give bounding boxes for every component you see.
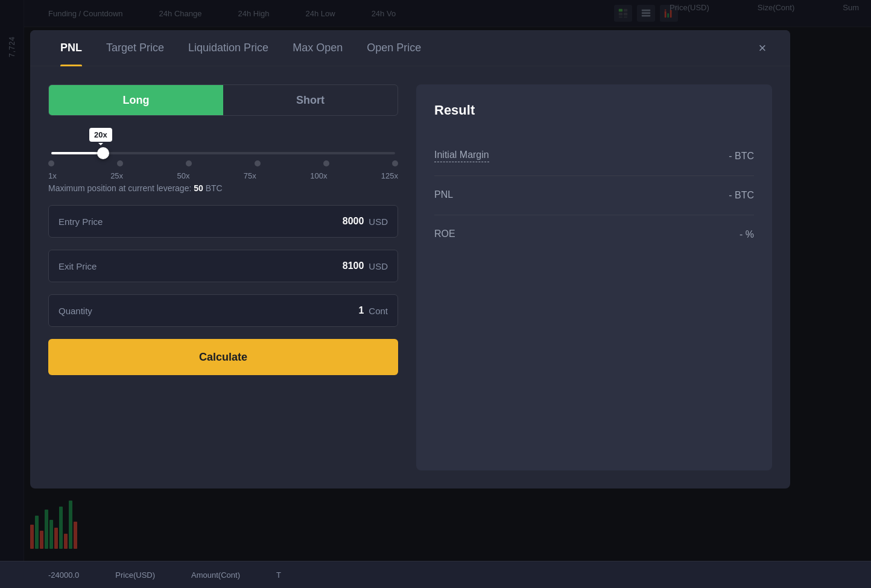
roe-result-row: ROE - % [434, 215, 754, 254]
pnl-result-value: - BTC [729, 190, 754, 201]
quantity-label: Quantity [59, 306, 358, 316]
label-100x: 100x [310, 171, 327, 180]
leverage-bubble: 20x [89, 128, 112, 142]
entry-price-value: 8000 [343, 216, 364, 227]
label-75x: 75x [244, 171, 256, 180]
quantity-unit: Cont [369, 306, 388, 316]
pnl-result-label: PNL [434, 189, 453, 201]
slider-thumb[interactable] [97, 147, 109, 159]
tab-target-price[interactable]: Target Price [94, 30, 176, 66]
max-position-text: Maximum position at current leverage: 50… [48, 183, 398, 193]
exit-price-field[interactable]: Exit Price 8100 USD [48, 250, 398, 282]
roe-result-label: ROE [434, 229, 455, 241]
slider-labels: 1x 25x 50x 75x 100x 125x [48, 171, 398, 180]
leverage-section: 20x 1x 25x 50x 75x [48, 128, 398, 193]
close-button[interactable]: × [753, 39, 772, 58]
slider-dot-75x [255, 160, 261, 166]
max-position-value: 50 [194, 183, 203, 193]
exit-price-label: Exit Price [59, 261, 343, 271]
entry-price-label: Entry Price [59, 217, 343, 227]
tab-pnl[interactable]: PNL [48, 30, 94, 66]
exit-price-value: 8100 [343, 261, 364, 271]
max-position-unit: BTC [206, 183, 223, 193]
initial-margin-row: Initial Margin - BTC [434, 136, 754, 176]
calculator-modal: PNL Target Price Liquidation Price Max O… [30, 30, 790, 488]
quantity-value: 1 [358, 305, 364, 316]
label-1x: 1x [48, 171, 57, 180]
bottom-price-usd: Price(USD) [115, 571, 155, 580]
label-50x: 50x [177, 171, 189, 180]
tab-liquidation-price[interactable]: Liquidation Price [176, 30, 280, 66]
exit-price-unit: USD [369, 261, 388, 271]
entry-price-unit: USD [369, 217, 388, 227]
initial-margin-value: - BTC [729, 151, 754, 162]
initial-margin-label: Initial Margin [434, 150, 489, 162]
tab-open-price[interactable]: Open Price [355, 30, 433, 66]
result-title: Result [434, 103, 754, 118]
bottom-amount-cont: Amount(Cont) [191, 571, 240, 580]
bottom-bar: -24000.0 Price(USD) Amount(Cont) T [0, 561, 871, 588]
slider-track[interactable] [51, 152, 395, 154]
tab-bar: PNL Target Price Liquidation Price Max O… [30, 30, 790, 66]
result-panel: Result Initial Margin - BTC PNL - BTC RO… [416, 84, 772, 470]
calculate-button[interactable]: Calculate [48, 339, 398, 375]
tab-max-open[interactable]: Max Open [280, 30, 355, 66]
slider-dot-50x [186, 160, 192, 166]
roe-result-value: - % [740, 229, 754, 240]
pnl-result-row: PNL - BTC [434, 176, 754, 215]
label-125x: 125x [381, 171, 398, 180]
slider-dot-25x [117, 160, 123, 166]
bottom-col3: T [276, 571, 281, 580]
left-panel: Long Short 20x [48, 84, 398, 470]
long-short-toggle: Long Short [48, 84, 398, 116]
long-button[interactable]: Long [49, 85, 223, 115]
slider-dot-100x [323, 160, 329, 166]
slider-dot-125x [392, 160, 398, 166]
label-25x: 25x [110, 171, 123, 180]
short-button[interactable]: Short [223, 85, 397, 115]
slider-fill [51, 152, 103, 154]
slider-dot-1x [48, 160, 54, 166]
modal-body: Long Short 20x [30, 66, 790, 488]
slider-dots [48, 160, 398, 166]
quantity-field[interactable]: Quantity 1 Cont [48, 294, 398, 327]
bottom-negative-price: -24000.0 [48, 571, 79, 580]
entry-price-field[interactable]: Entry Price 8000 USD [48, 205, 398, 238]
